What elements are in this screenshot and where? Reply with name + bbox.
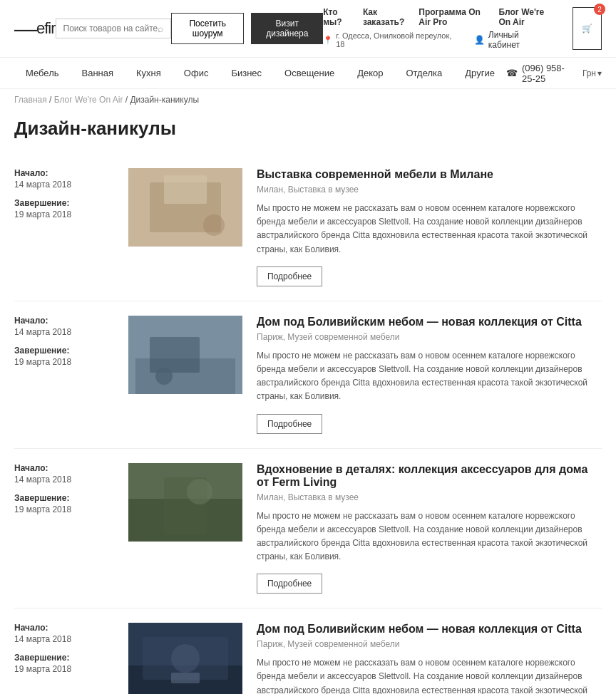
start-date: 14 марта 2018 <box>14 180 114 190</box>
article-location: Париж, Музей современной мебели <box>257 332 602 342</box>
article-image-svg <box>128 316 242 394</box>
nav-item-bathroom[interactable]: Ванная <box>71 58 125 88</box>
start-date: 14 марта 2018 <box>14 475 114 485</box>
svg-point-11 <box>187 479 212 504</box>
header-right: Кто мы? Как заказать? Программа On Air P… <box>323 7 602 50</box>
end-date: 19 марта 2018 <box>14 209 114 219</box>
nav-item-decor[interactable]: Декор <box>346 58 394 88</box>
article-location: Милан, Выставка в музее <box>257 492 602 502</box>
logo[interactable]: — efir <box>14 16 56 42</box>
start-label: Начало: <box>14 316 114 326</box>
nav-item-lighting[interactable]: Освещение <box>273 58 346 88</box>
more-button[interactable]: Подробнее <box>257 414 322 434</box>
showroom-button[interactable]: Посетить шоурум <box>171 13 245 44</box>
end-date: 19 марта 2018 <box>14 357 114 367</box>
user-icon: 👤 <box>474 35 485 45</box>
nav-items: Мебель Ванная Кухня Офис Бизнес Освещени… <box>14 58 506 88</box>
nav-item-furniture[interactable]: Мебель <box>14 58 71 88</box>
page-title: Дизайн-каникулы <box>0 110 616 154</box>
article-item: Начало: 14 марта 2018 Завершение: 19 мар… <box>14 608 602 694</box>
designer-button[interactable]: Визит дизайнера <box>251 13 323 44</box>
breadcrumb-blog[interactable]: Блог We're On Air <box>54 95 123 105</box>
article-body: Дом под Боливийским небом — новая коллек… <box>257 623 602 694</box>
article-image[interactable] <box>128 168 242 286</box>
article-item: Начало: 14 марта 2018 Завершение: 19 мар… <box>14 449 602 609</box>
nav-phone: ☎ (096) 958-25-25 <box>506 63 575 84</box>
location-icon: 📍 <box>323 36 333 45</box>
svg-rect-16 <box>171 673 200 683</box>
article-image-svg <box>128 463 242 542</box>
cart-button[interactable]: 🛒 2 <box>573 7 602 50</box>
nav-item-business[interactable]: Бизнес <box>220 58 273 88</box>
breadcrumb-current: Дизайн-каникулы <box>130 95 199 105</box>
header-buttons: Посетить шоурум Визит дизайнера <box>171 13 323 44</box>
cabinet-link[interactable]: 👤 Личный кабинет <box>474 30 551 50</box>
program-link[interactable]: Программа On Air Pro <box>419 7 484 27</box>
chevron-down-icon: ▾ <box>597 68 602 78</box>
article-image[interactable] <box>128 623 242 694</box>
svg-point-7 <box>155 368 173 385</box>
article-location: Париж, Музей современной мебели <box>257 639 602 649</box>
header-info-block: Кто мы? Как заказать? Программа On Air P… <box>323 7 551 50</box>
end-label: Завершение: <box>14 198 114 208</box>
nav-item-kitchen[interactable]: Кухня <box>125 58 173 88</box>
end-label: Завершение: <box>14 653 114 663</box>
start-date: 14 марта 2018 <box>14 327 114 337</box>
article-meta: Начало: 14 марта 2018 Завершение: 19 мар… <box>14 168 114 286</box>
header: — efir ⌕ Посетить шоурум Визит дизайнера… <box>0 0 616 58</box>
article-desc: Мы просто не можем не рассказать вам о н… <box>257 656 602 694</box>
svg-point-15 <box>171 644 200 673</box>
article-item: Начало: 14 марта 2018 Завершение: 19 мар… <box>14 154 602 301</box>
nav-item-finishing[interactable]: Отделка <box>394 58 453 88</box>
article-image[interactable] <box>128 316 242 434</box>
article-body: Дом под Боливийским небом — новая коллек… <box>257 316 602 434</box>
cart-badge: 2 <box>594 4 605 15</box>
breadcrumb: Главная / Блог We're On Air / Дизайн-кан… <box>0 89 616 110</box>
article-body: Вдохновение в деталях: коллекция аксессу… <box>257 463 602 594</box>
article-body: Выставка современной мебели в Милане Мил… <box>257 168 602 286</box>
article-desc: Мы просто не можем не рассказать вам о н… <box>257 202 602 257</box>
search-bar: ⌕ <box>56 19 171 38</box>
search-icon: ⌕ <box>158 23 163 34</box>
article-title: Выставка современной мебели в Милане <box>257 168 602 181</box>
article-image-svg <box>128 168 242 247</box>
end-label: Завершение: <box>14 493 114 503</box>
article-meta: Начало: 14 марта 2018 Завершение: 19 мар… <box>14 623 114 694</box>
article-meta: Начало: 14 марта 2018 Завершение: 19 мар… <box>14 463 114 594</box>
end-label: Завершение: <box>14 346 114 356</box>
article-location: Милан, Выставка в музее <box>257 185 602 195</box>
article-image[interactable] <box>128 463 242 594</box>
article-meta: Начало: 14 марта 2018 Завершение: 19 мар… <box>14 316 114 434</box>
start-label: Начало: <box>14 623 114 633</box>
end-date: 19 марта 2018 <box>14 504 114 514</box>
main-nav: Мебель Ванная Кухня Офис Бизнес Освещени… <box>0 58 616 89</box>
currency-selector[interactable]: Грн ▾ <box>582 68 602 78</box>
nav-item-office[interactable]: Офис <box>173 58 220 88</box>
start-date: 14 марта 2018 <box>14 634 114 644</box>
address-info: 📍 г. Одесса, Онилковой переулок, 18 <box>323 30 460 50</box>
more-button[interactable]: Подробнее <box>257 574 322 594</box>
more-button[interactable]: Подробнее <box>257 266 322 286</box>
start-label: Начало: <box>14 168 114 178</box>
svg-point-3 <box>203 214 225 236</box>
article-image-svg <box>128 623 242 694</box>
phone-icon: ☎ <box>506 68 518 78</box>
end-date: 19 марта 2018 <box>14 664 114 674</box>
search-input[interactable] <box>63 24 158 33</box>
how-to-order-link[interactable]: Как заказать? <box>363 7 404 27</box>
article-title: Вдохновение в деталях: коллекция аксессу… <box>257 463 602 489</box>
article-title: Дом под Боливийским небом — новая коллек… <box>257 623 602 636</box>
article-desc: Мы просто не можем не рассказать вам о н… <box>257 349 602 404</box>
article-item: Начало: 14 марта 2018 Завершение: 19 мар… <box>14 301 602 449</box>
cart-icon: 🛒 <box>582 24 592 33</box>
articles-list: Начало: 14 марта 2018 Завершение: 19 мар… <box>0 154 616 694</box>
blog-link[interactable]: Блог We're On Air <box>498 7 551 27</box>
breadcrumb-home[interactable]: Главная <box>14 95 47 105</box>
who-we-are-link[interactable]: Кто мы? <box>323 7 349 27</box>
svg-rect-6 <box>150 337 200 373</box>
article-title: Дом под Боливийским небом — новая коллек… <box>257 316 602 328</box>
svg-rect-2 <box>164 175 207 204</box>
start-label: Начало: <box>14 463 114 473</box>
nav-item-other[interactable]: Другие <box>453 58 506 88</box>
article-desc: Мы просто не можем не рассказать вам о н… <box>257 509 602 564</box>
